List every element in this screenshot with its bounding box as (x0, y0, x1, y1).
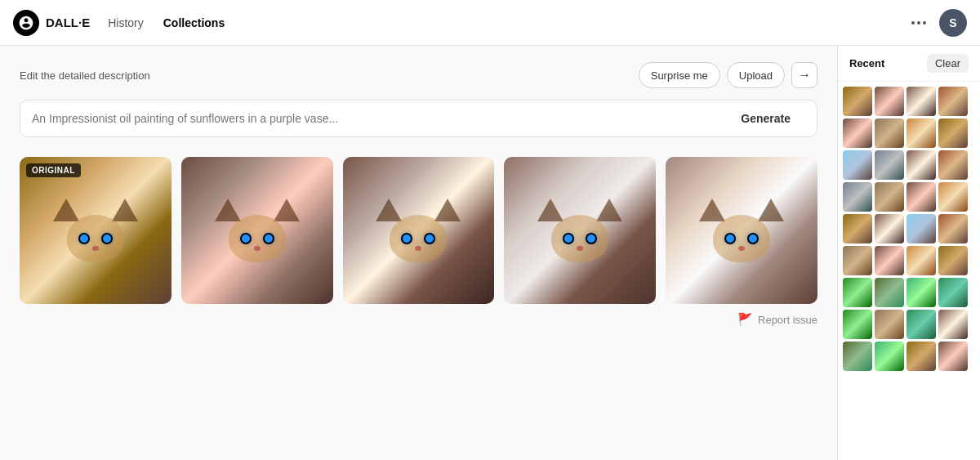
thumb-row (843, 342, 975, 371)
nav-history[interactable]: History (100, 11, 152, 34)
thumb-row (843, 278, 975, 307)
thumbnail[interactable] (875, 214, 904, 243)
user-avatar[interactable]: S (939, 9, 967, 37)
thumbnail[interactable] (906, 278, 936, 307)
thumbnail[interactable] (906, 118, 936, 148)
cat-eye-left (724, 233, 736, 244)
thumbnail[interactable] (843, 118, 872, 148)
image-card-variant-3[interactable] (504, 157, 656, 304)
prompt-input-row: Generate (20, 100, 817, 137)
panel-header: Recent Clear (838, 46, 980, 82)
thumb-row (843, 214, 975, 243)
thumbnail[interactable] (938, 182, 968, 212)
report-row: 🚩 Report issue (20, 304, 817, 335)
thumb-row (843, 150, 975, 180)
clear-button[interactable]: Clear (927, 54, 969, 73)
cat-head (390, 215, 447, 262)
thumbnail[interactable] (938, 87, 968, 116)
nav-right: S (908, 9, 967, 37)
image-card-original[interactable]: ORIGINAL (20, 157, 172, 304)
thumbnail[interactable] (875, 87, 904, 116)
dot (923, 21, 926, 25)
thumbnail[interactable] (938, 214, 968, 243)
nav-collections[interactable]: Collections (155, 11, 233, 34)
thumbnail[interactable] (906, 310, 936, 339)
surprise-me-button[interactable]: Surprise me (639, 62, 720, 88)
thumbnail[interactable] (843, 150, 872, 180)
thumbnail[interactable] (906, 150, 936, 180)
cat-eye-left (563, 233, 574, 244)
thumbnail[interactable] (906, 246, 936, 275)
cat-ear-right (434, 199, 461, 221)
generate-button[interactable]: Generate (726, 105, 805, 132)
report-label[interactable]: Report issue (758, 314, 817, 326)
thumb-row (843, 310, 975, 339)
dot (911, 21, 915, 25)
panel-scroll[interactable] (838, 82, 980, 460)
image-card-variant-4[interactable] (666, 157, 817, 304)
thumbnail[interactable] (938, 246, 968, 275)
original-badge: ORIGINAL (26, 163, 81, 177)
thumbnail[interactable] (875, 118, 904, 148)
thumbnail[interactable] (843, 214, 872, 243)
image-card-variant-1[interactable] (181, 157, 333, 304)
thumbnail[interactable] (843, 246, 872, 275)
cat-ear-left (215, 199, 241, 221)
cat-nose (254, 246, 261, 251)
thumb-row (843, 87, 975, 116)
thumbnail[interactable] (843, 278, 872, 307)
app-title: DALL·E (46, 16, 90, 29)
thumbnail[interactable] (906, 87, 936, 116)
thumbnail[interactable] (906, 214, 936, 243)
thumbnail[interactable] (938, 278, 968, 307)
prompt-section: Edit the detailed description Surprise m… (20, 62, 817, 88)
cat-nose (92, 246, 99, 251)
thumbnail[interactable] (938, 118, 968, 148)
nav-links: History Collections (100, 11, 908, 34)
image-card-variant-2[interactable] (343, 157, 495, 304)
cat-ear-right (112, 199, 138, 221)
thumbnail[interactable] (875, 278, 904, 307)
cat-ear-left (376, 199, 402, 221)
cat-eye-right (101, 233, 113, 244)
cat-eye-left (78, 233, 90, 244)
thumbnail[interactable] (938, 150, 968, 180)
dot (917, 21, 920, 25)
right-panel: Recent Clear (837, 46, 980, 460)
cat-head (67, 215, 124, 262)
cat-eye-right (586, 233, 597, 244)
panel-title: Recent (849, 57, 884, 69)
thumbnail[interactable] (843, 342, 872, 371)
cat-ear-right (758, 199, 784, 221)
image-grid: ORIGINAL (20, 157, 817, 304)
cat-ear-left (699, 199, 725, 221)
thumbnail[interactable] (938, 310, 968, 339)
cat-eye-right (747, 233, 759, 244)
thumbnail[interactable] (875, 150, 904, 180)
thumbnail[interactable] (906, 342, 936, 371)
thumbnail[interactable] (875, 246, 904, 275)
more-options-button[interactable] (908, 18, 929, 28)
thumb-row (843, 246, 975, 275)
cat-eye-right (263, 233, 274, 244)
arrow-button[interactable]: → (791, 62, 817, 88)
navbar: DALL·E History Collections S (0, 0, 980, 46)
cat-nose (415, 246, 421, 251)
cat-eye-right (424, 233, 435, 244)
upload-button[interactable]: Upload (727, 62, 785, 88)
thumbnail[interactable] (875, 342, 904, 371)
prompt-input[interactable] (32, 100, 726, 136)
thumbnail[interactable] (843, 310, 872, 339)
thumbnail[interactable] (875, 310, 904, 339)
thumbnail[interactable] (906, 182, 936, 212)
thumbnail[interactable] (843, 87, 872, 116)
cat-head (551, 215, 608, 262)
nav-logo[interactable]: DALL·E (13, 10, 90, 36)
cat-ear-right (274, 199, 300, 221)
cat-head (229, 215, 286, 262)
thumbnail[interactable] (843, 182, 872, 212)
prompt-label: Edit the detailed description (20, 69, 150, 82)
cat-ear-left (537, 199, 564, 221)
thumbnail[interactable] (938, 342, 968, 371)
thumbnail[interactable] (875, 182, 904, 212)
